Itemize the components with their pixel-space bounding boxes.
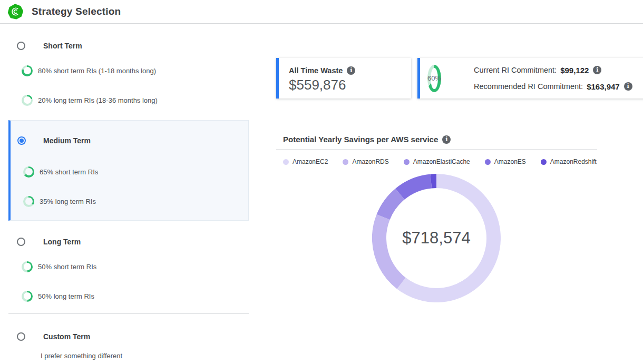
option-label: Custom Term [43,332,90,341]
allocation-item: 20% long term RIs (18-36 months long) [22,94,249,106]
donut-segment-AmazonES[interactable] [400,181,431,194]
progress-ring-80 [22,65,33,76]
section-divider [8,313,249,314]
allocation-item: 50% short term RIs [22,260,249,273]
all-time-waste-card: All Time Waste i $559,876 [276,58,411,99]
progress-ring-50 [22,261,33,272]
allocation-label: 65% short term RIs [40,168,98,176]
donut-svg [372,174,501,302]
donut-segment-AmazonRDS[interactable] [379,217,402,283]
chart-title-row: Potential Yearly Savings per AWS service… [283,135,451,144]
allocation-item: 65% short term RIs [23,165,248,178]
strategy-option-short-term[interactable]: Short Term [8,40,249,52]
strategy-option-long-term[interactable]: Long Term [8,235,249,248]
legend-item-AmazonES[interactable]: AmazonES [485,158,526,165]
info-icon[interactable]: i [593,66,601,74]
legend-label: AmazonEC2 [293,158,328,165]
allocation-item: 50% long term RIs [22,290,249,302]
allocation-label: 35% long term RIs [40,198,96,205]
legend-item-AmazonRedshift[interactable]: AmazonRedshift [541,158,597,165]
cloudcheckr-logo-icon [7,4,23,19]
progress-ring-20 [22,95,33,106]
legend-label: AmazonES [494,158,526,165]
commitment-progress-ring-60: 60% [427,65,441,92]
radio-short-term[interactable] [17,42,25,50]
recommended-ri-commitment-row: Recommended RI Commitment: $163,947 i [474,81,632,92]
option-label: Short Term [43,42,82,50]
legend-label: AmazonElastiCache [413,158,470,165]
option-label: Long Term [43,238,81,246]
radio-medium-term-selected[interactable] [17,136,26,145]
legend-item-AmazonEC2[interactable]: AmazonEC2 [283,158,328,165]
info-icon[interactable]: i [347,66,355,75]
page-title: Strategy Selection [32,6,121,17]
radio-custom-term[interactable] [17,332,25,341]
allocation-label: 50% short term RIs [38,263,96,271]
recommended-ri-label: Recommended RI Commitment: [474,82,583,91]
strategy-option-custom-term[interactable]: Custom Term [8,330,249,343]
current-ri-value: $99,122 [560,66,589,75]
current-ri-commitment-row: Current RI Commitment: $99,122 i [474,64,632,76]
progress-ring-65 [23,166,34,178]
option-label: Medium Term [43,136,91,145]
current-ri-label: Current RI Commitment: [474,66,557,74]
allocation-label: 50% long term RIs [38,292,94,300]
commitment-percent-label: 60% [427,74,441,82]
legend-dot [485,159,491,165]
savings-donut-chart: $718,574 [372,174,501,302]
chart-title: Potential Yearly Savings per AWS service [283,135,438,144]
waste-card-label: All Time Waste [289,66,343,75]
chart-legend: AmazonEC2AmazonRDSAmazonElastiCacheAmazo… [283,158,597,165]
allocation-item: 80% short term RIs (1-18 months long) [22,64,249,77]
legend-dot [404,159,410,165]
legend-dot [541,159,547,165]
allocation-label: 20% long term RIs (18-36 months long) [38,96,158,104]
waste-card-value: $559,876 [289,77,411,93]
legend-label: AmazonRDS [352,158,388,165]
donut-segment-AmazonEC2[interactable] [402,181,494,296]
allocation-item: 35% long term RIs [23,195,248,208]
strategy-list: Short Term 80% short term RIs (1-18 mont… [8,34,249,362]
custom-term-note-row: I prefer something different [22,349,249,362]
strategy-option-medium-term-panel: Medium Term 65% short term RIs 35% long … [8,120,249,221]
donut-segment-AmazonElastiCache[interactable] [383,194,400,217]
ri-commitment-card: 60% Current RI Commitment: $99,122 i Rec… [417,58,643,99]
strategy-option-medium-term[interactable]: Medium Term [11,134,248,147]
recommended-ri-value: $163,947 [587,82,620,91]
info-icon[interactable]: i [442,135,451,144]
legend-label: AmazonRedshift [550,158,597,165]
legend-dot [283,159,289,165]
chart-title-divider [276,149,597,150]
progress-ring-35 [23,196,34,207]
legend-item-AmazonElastiCache[interactable]: AmazonElastiCache [404,158,470,165]
custom-term-note: I prefer something different [41,352,122,360]
info-icon[interactable]: i [624,82,632,91]
legend-dot [343,159,348,165]
legend-item-AmazonRDS[interactable]: AmazonRDS [343,158,388,165]
allocation-label: 80% short term RIs (1-18 months long) [38,67,156,75]
app-header: Strategy Selection [0,0,643,24]
radio-long-term[interactable] [17,238,25,246]
progress-ring-50b [22,291,33,302]
